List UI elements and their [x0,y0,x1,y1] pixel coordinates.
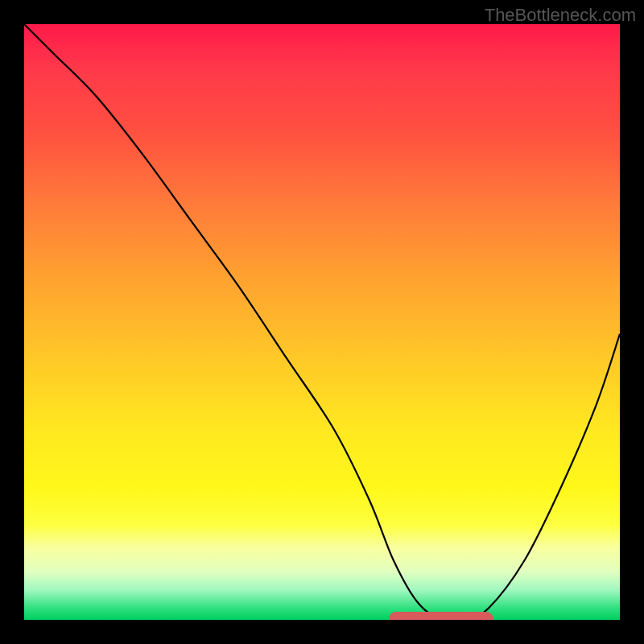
optimal-range-marker [389,612,493,620]
watermark-text: TheBottleneck.com [485,5,636,26]
plot-area [24,24,620,620]
curve-svg [24,24,620,620]
bottleneck-curve [24,24,620,620]
